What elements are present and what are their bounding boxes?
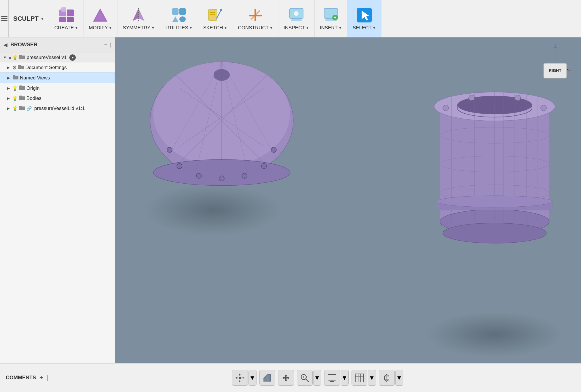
svg-point-82 — [239, 377, 241, 379]
display-mode-button[interactable] — [324, 370, 340, 386]
add-comment-icon[interactable]: + — [39, 374, 43, 382]
symmetry-icon — [130, 7, 147, 24]
right-face-label: RIGHT — [549, 68, 561, 73]
modify-icon — [92, 7, 109, 24]
tree-item-root[interactable]: ▼ ■ 💡 pressureVessel v1 ● — [0, 52, 115, 62]
pressure-vessel-lid-3d — [147, 52, 297, 196]
svg-rect-98 — [328, 374, 336, 380]
svg-rect-7 — [61, 7, 66, 12]
svg-marker-10 — [132, 8, 138, 21]
hamburger-menu[interactable] — [0, 0, 9, 37]
toolbar-group-insert[interactable]: + INSERT ▼ — [315, 0, 348, 37]
grid-group: ▼ — [352, 370, 376, 386]
pan-tool-button[interactable] — [278, 370, 294, 386]
svg-point-48 — [242, 173, 247, 178]
toolbar-group-utilities[interactable]: UTILITIES ▼ — [160, 0, 198, 37]
browser-minus-icon[interactable]: − — [104, 42, 107, 48]
3d-viewport[interactable]: Z RIGHT — [115, 37, 581, 363]
display-dropdown-button[interactable]: ▼ — [341, 370, 349, 386]
zoom-dropdown-button[interactable]: ▼ — [313, 370, 321, 386]
tree-item-named-views[interactable]: ▶ Named Views — [0, 73, 115, 83]
svg-rect-13 — [172, 8, 179, 15]
pvlid-label: pressureVesselLid v1:1 — [34, 106, 85, 111]
svg-point-47 — [219, 176, 224, 181]
svg-point-75 — [443, 223, 546, 243]
bodies-label: Bodies — [26, 96, 41, 101]
svg-point-39 — [214, 69, 230, 81]
zoom-tool-button[interactable] — [297, 370, 313, 386]
comments-section: COMMENTS + | — [0, 374, 54, 382]
tree-item-pressure-vessel-lid[interactable]: ▶ 💡 🔗 pressureVesselLid v1:1 — [0, 103, 115, 113]
bodies-folder-icon — [19, 95, 25, 102]
comments-label: COMMENTS — [6, 375, 36, 381]
grid-button[interactable] — [352, 370, 367, 386]
svg-marker-15 — [172, 16, 179, 22]
create-dropdown-arrow: ▼ — [75, 26, 78, 30]
root-bulb-icon: 💡 — [12, 55, 18, 60]
bottom-pipe: | — [47, 374, 48, 382]
pvlid-link-icon: 🔗 — [26, 106, 32, 111]
browser-pipe-icon: | — [110, 42, 111, 48]
toolbar-group-sketch[interactable]: SKETCH ▼ — [198, 0, 233, 37]
svg-rect-14 — [179, 8, 186, 15]
zoom-tool-group: ▼ — [297, 370, 321, 386]
pressure-vessel-body-3d — [423, 60, 567, 262]
origin-bulb-icon: 💡 — [12, 85, 18, 91]
root-expand-icon: ■ — [9, 55, 11, 60]
svg-point-21 — [220, 9, 222, 11]
toolbar-group-inspect[interactable]: INSPECT ▼ — [278, 0, 315, 37]
browser-header: ◀ BROWSER − | — [0, 37, 115, 52]
tree-arrow-root: ▼ — [2, 55, 7, 60]
create-label: CREATE ▼ — [54, 25, 78, 31]
view-cube-group: ▼ — [379, 370, 403, 386]
tree-arrow-origin: ▶ — [6, 86, 11, 91]
view-cube-dropdown-button[interactable]: ▼ — [395, 370, 403, 386]
svg-rect-2 — [1, 20, 7, 21]
tree-item-origin[interactable]: ▶ 💡 Origin — [0, 83, 115, 93]
svg-point-51 — [167, 147, 172, 152]
origin-label: Origin — [26, 85, 39, 91]
orientation-cube[interactable]: Z RIGHT — [538, 43, 572, 78]
utilities-icon — [170, 7, 188, 24]
transform-tool-group: ▼ — [232, 370, 257, 386]
tree-item-document-settings[interactable]: ▶ ⚙ Document Settings — [0, 62, 115, 73]
toolbar-group-create[interactable]: CREATE ▼ — [49, 0, 84, 37]
sculpt-dropdown-arrow: ▼ — [40, 16, 44, 21]
toolbar-group-modify[interactable]: MODIFY ▼ — [83, 0, 117, 37]
svg-point-69 — [541, 105, 546, 111]
svg-marker-11 — [138, 8, 145, 21]
transform-tool-button[interactable] — [232, 370, 248, 386]
svg-marker-86 — [239, 381, 241, 383]
bodies-bulb-icon: 💡 — [12, 96, 18, 101]
svg-marker-90 — [243, 377, 244, 379]
named-views-folder-icon — [12, 75, 19, 81]
toolbar-group-construct[interactable]: CONSTRUCT ▼ — [233, 0, 279, 37]
root-folder-icon — [19, 54, 25, 61]
transform-dropdown-button[interactable]: ▼ — [248, 370, 257, 386]
vessel-shadow — [426, 311, 564, 357]
toolbar-group-symmetry[interactable]: SYMMETRY ▼ — [117, 0, 160, 37]
svg-point-71 — [515, 95, 521, 101]
gear-icon: ⚙ — [12, 64, 17, 71]
grid-dropdown-button[interactable]: ▼ — [368, 370, 376, 386]
inspect-label: INSPECT ▼ — [284, 25, 309, 31]
svg-rect-1 — [1, 18, 7, 19]
view-cube-button[interactable] — [379, 370, 395, 386]
svg-rect-6 — [67, 17, 74, 22]
doc-settings-folder-icon — [18, 64, 24, 71]
browser-collapse-arrow[interactable]: ◀ — [3, 42, 7, 48]
svg-point-46 — [196, 173, 202, 178]
version-badge: ● — [69, 54, 76, 61]
origin-folder-icon — [19, 85, 25, 92]
tree-arrow-doc-settings: ▶ — [6, 65, 11, 70]
sculpt-mode-selector[interactable]: SCULPT ▼ — [9, 0, 49, 37]
sketch-icon — [207, 7, 224, 24]
push-pull-tool-button[interactable] — [259, 370, 275, 386]
bottom-bar: COMMENTS + | ▼ — [0, 363, 581, 392]
tree-item-bodies[interactable]: ▶ 💡 Bodies — [0, 93, 115, 103]
toolbar-group-select[interactable]: SELECT ▼ — [348, 0, 381, 37]
svg-rect-16 — [179, 16, 186, 22]
create-icon — [58, 7, 75, 24]
svg-rect-4 — [67, 9, 74, 16]
svg-point-70 — [469, 95, 474, 101]
